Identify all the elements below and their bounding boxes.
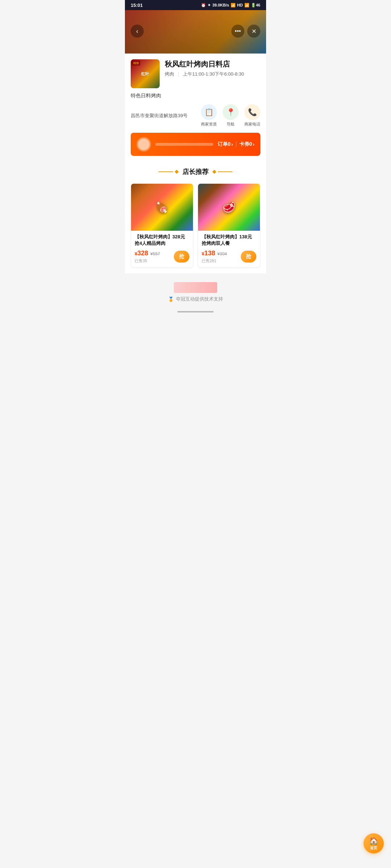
restaurant-logo: 精致 红叶	[131, 59, 160, 88]
network-speed: 39.0KB/s	[212, 3, 229, 7]
section-line-left	[159, 170, 178, 173]
grab-button-2[interactable]: 抢	[241, 251, 256, 263]
alarm-icon: ⏰	[201, 3, 206, 8]
left-diamond	[175, 170, 178, 174]
product-card-1: 🍖 【秋风红叶烤肉】328元抢4人精品烤肉 ¥328 ¥557 已售3	[131, 183, 193, 268]
footer-icon: 🏅	[168, 297, 174, 302]
action-navigation[interactable]: 📍 导航	[223, 104, 239, 127]
back-button[interactable]: ‹	[131, 25, 144, 38]
sold-count-1: 已售35	[135, 258, 160, 264]
order-label: 订单0	[218, 141, 231, 148]
restaurant-address: 昌邑市奎聚街道解放路39号	[131, 112, 201, 119]
logo-text: 红叶	[141, 71, 149, 76]
original-price-1: ¥557	[150, 251, 160, 256]
restaurant-info: 秋风红叶烤肉日料店 烤肉 ｜ 上午11:00-1:30下午6:00-8:30	[165, 59, 260, 77]
close-button[interactable]: ✕	[247, 25, 260, 38]
meta-divider: ｜	[176, 71, 181, 77]
restaurant-hours: 上午11:00-1:30下午6:00-8:30	[183, 71, 244, 77]
product-name-2: 【秋风红叶烤肉】138元抢烤肉双人餐	[202, 234, 256, 247]
current-price-2: ¥138	[202, 250, 215, 257]
restaurant-meta: 烤肉 ｜ 上午11:00-1:30下午6:00-8:30	[165, 71, 260, 77]
address-row: 昌邑市奎聚街道解放路39号 📋 商家资质 📍 导航 📞 商家电话	[125, 104, 266, 133]
avatar-inner	[138, 139, 150, 150]
section-title: 店长推荐	[182, 167, 209, 176]
price-group-1: ¥328 ¥557	[135, 250, 160, 257]
logo-badge: 精致	[132, 61, 140, 65]
status-icons: ⏰ ✦ 39.0KB/s 📶 HD 📶 🔋46	[201, 3, 260, 8]
right-line	[218, 171, 232, 172]
more-button[interactable]: •••	[231, 25, 244, 38]
restaurant-category: 烤肉	[165, 71, 174, 77]
signal-icon: 📶	[244, 3, 249, 8]
products-section: 🍖 【秋风红叶烤肉】328元抢4人精品烤肉 ¥328 ¥557 已售3	[125, 183, 266, 273]
main-card: 精致 红叶 秋风红叶烤肉日料店 烤肉 ｜ 上午11:00-1:30下午6:00-…	[125, 54, 266, 273]
sold-count-2: 已售281	[202, 258, 227, 264]
restaurant-header: 精致 红叶 秋风红叶烤肉日料店 烤肉 ｜ 上午11:00-1:30下午6:00-…	[125, 54, 266, 93]
footer-text: 🏅 夺冠互动提供技术支持	[168, 296, 223, 302]
product-image-1: 🍖	[131, 184, 193, 231]
coupon-label: 卡券0	[239, 141, 252, 148]
bluetooth-icon: ✦	[207, 3, 211, 8]
right-diamond	[212, 170, 216, 174]
product-image-2: 🥩	[198, 184, 260, 231]
hd-badge: HD	[237, 3, 243, 7]
wifi-icon: 📶	[231, 3, 236, 8]
order-chevron: ›	[231, 141, 233, 147]
nav-bar: ‹ ••• ✕	[125, 20, 266, 42]
product-price-row-2: ¥138 ¥304 已售281 抢	[202, 250, 256, 264]
phone-icon-circle: 📞	[244, 104, 260, 120]
navigation-icon: 📍	[226, 108, 235, 116]
navigation-label: 导航	[227, 122, 235, 127]
footer-section: 🏅 夺冠互动提供技术支持	[125, 273, 266, 308]
qualification-icon: 📋	[205, 108, 214, 116]
coupon-button[interactable]: 卡券0 ›	[239, 141, 255, 148]
coupon-chevron: ›	[253, 141, 255, 147]
product-pricing-1: ¥328 ¥557 已售35	[135, 250, 160, 264]
phone-icon: 📞	[248, 108, 257, 116]
action-icons: 📋 商家资质 📍 导航 📞 商家电话	[201, 104, 260, 127]
product-info-1: 【秋风红叶烤肉】328元抢4人精品烤肉 ¥328 ¥557 已售35 抢	[131, 231, 193, 267]
restaurant-description: 特色日料烤肉	[125, 93, 266, 104]
restaurant-name: 秋风红叶烤肉日料店	[165, 59, 260, 69]
left-line	[159, 171, 173, 172]
order-separator	[236, 141, 236, 147]
product-info-2: 【秋风红叶烤肉】138元抢烤肉双人餐 ¥138 ¥304 已售281 抢	[198, 231, 260, 267]
battery-icon: 🔋46	[251, 3, 260, 8]
current-price-1: ¥328	[135, 250, 148, 257]
price-group-2: ¥138 ¥304	[202, 250, 227, 257]
user-name-bar	[155, 143, 213, 146]
qualification-icon-circle: 📋	[201, 104, 217, 120]
close-icon: ✕	[252, 28, 256, 35]
grab-button-1[interactable]: 抢	[174, 251, 189, 263]
product-price-row-1: ¥328 ¥557 已售35 抢	[135, 250, 189, 264]
order-actions: 订单0 › 卡券0 ›	[218, 141, 255, 148]
navigation-icon-circle: 📍	[223, 104, 239, 120]
products-grid: 🍖 【秋风红叶烤肉】328元抢4人精品烤肉 ¥328 ¥557 已售3	[131, 183, 260, 268]
order-button[interactable]: 订单0 ›	[218, 141, 233, 148]
qualification-label: 商家资质	[201, 122, 217, 127]
section-header: 店长推荐	[125, 162, 266, 180]
order-bar[interactable]: 订单0 › 卡券0 ›	[131, 133, 260, 156]
status-bar: 15:01 ⏰ ✦ 39.0KB/s 📶 HD 📶 🔋46	[125, 0, 266, 10]
back-icon: ‹	[136, 27, 138, 35]
footer-logo	[174, 282, 217, 293]
section-line-right	[213, 170, 232, 173]
bottom-bar	[125, 308, 266, 315]
status-time: 15:01	[131, 3, 143, 8]
product-name-1: 【秋风红叶烤肉】328元抢4人精品烤肉	[135, 234, 189, 247]
product-card-2: 🥩 【秋风红叶烤肉】138元抢烤肉双人餐 ¥138 ¥304 已售28	[198, 183, 260, 268]
footer-description: 夺冠互动提供技术支持	[176, 296, 223, 302]
action-qualification[interactable]: 📋 商家资质	[201, 104, 217, 127]
user-avatar	[136, 137, 151, 152]
more-icon: •••	[235, 28, 241, 34]
nav-right-actions: ••• ✕	[231, 25, 260, 38]
home-indicator	[177, 311, 214, 312]
product-pricing-2: ¥138 ¥304 已售281	[202, 250, 227, 264]
action-phone[interactable]: 📞 商家电话	[244, 104, 260, 127]
phone-label: 商家电话	[244, 122, 260, 127]
original-price-2: ¥304	[217, 251, 227, 256]
